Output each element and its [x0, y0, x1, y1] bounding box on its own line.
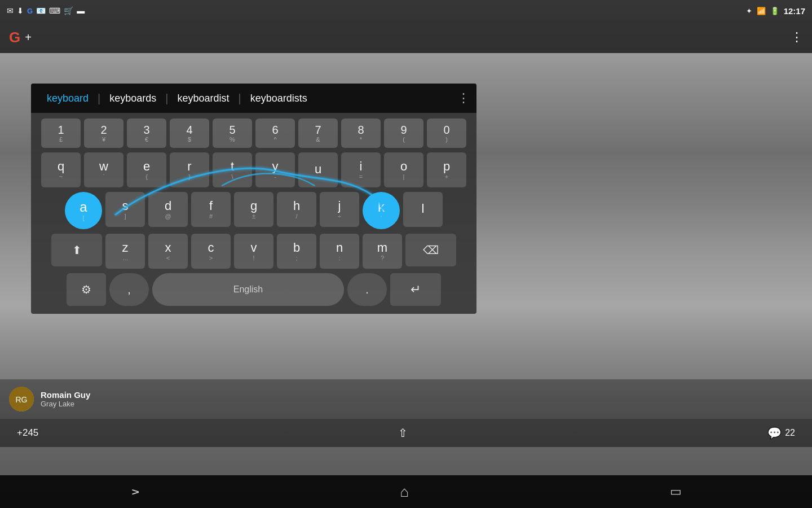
app-bar-more-button[interactable]: ⋮ — [791, 30, 803, 45]
key-x[interactable]: x< — [148, 234, 188, 269]
keyboard-icon: ⌨ — [49, 6, 60, 15]
number-row: 1£ 2¥ 3€ 4$ 5% 6^ 7& 8* 9( 0) — [31, 113, 476, 150]
comment-button[interactable]: 💬 22 — [767, 426, 795, 440]
bottom-user-info: RG Romain Guy Gray Lake — [0, 379, 812, 419]
key-h[interactable]: h/ — [277, 192, 316, 227]
plus-count-label: +245 — [17, 427, 38, 439]
shift-key[interactable] — [51, 234, 102, 266]
suggestions-more-button[interactable]: ⋮ — [457, 91, 470, 106]
status-icons-left: ✉ ⬇ G 📧 ⌨ 🛒 ▬ — [7, 6, 85, 15]
key-4[interactable]: 4$ — [170, 119, 209, 148]
key-n[interactable]: n: — [320, 234, 359, 269]
comma-key[interactable]: , — [109, 273, 149, 306]
shopping-icon: 🛒 — [64, 6, 73, 15]
battery-icon: 🔋 — [770, 7, 779, 15]
shift-icon — [72, 243, 82, 257]
bluetooth-icon: ✦ — [746, 7, 752, 15]
key-c[interactable]: c> — [191, 234, 231, 269]
key-d[interactable]: d@ — [148, 192, 188, 227]
delete-key[interactable]: ⌫ — [405, 234, 456, 266]
key-q[interactable]: q~ — [41, 152, 81, 187]
key-a[interactable]: a[ — [65, 192, 102, 229]
share-icon: ⇧ — [398, 426, 408, 440]
comma-label: , — [127, 283, 131, 296]
key-2[interactable]: 2¥ — [84, 119, 123, 148]
key-g[interactable]: g± — [234, 192, 273, 227]
gear-icon: ⚙ — [81, 283, 91, 296]
key-s[interactable]: s] — [105, 192, 145, 227]
key-f[interactable]: f# — [191, 192, 231, 227]
back-button[interactable]: ∨ — [128, 488, 142, 496]
key-k[interactable]: k' — [363, 192, 400, 229]
key-r[interactable]: r} — [170, 152, 209, 187]
status-bar: ✉ ⬇ G 📧 ⌨ 🛒 ▬ ✦ 📶 🔋 12:17 — [0, 0, 812, 21]
bars-icon: ▬ — [77, 6, 85, 15]
enter-key[interactable]: ↵ — [390, 273, 441, 306]
suggestion-keyboardist[interactable]: keyboardist — [169, 93, 239, 104]
suggestions-bar: keyboard | keyboards | keyboardist | key… — [31, 84, 476, 113]
google-icon: G — [27, 7, 33, 15]
svg-text:RG: RG — [16, 395, 28, 404]
gmail-icon: ✉ — [7, 6, 14, 15]
period-key[interactable]: . — [347, 273, 387, 306]
gplus-plus-icon: + — [25, 31, 32, 44]
keyboard-panel: keyboard | keyboards | keyboardist | key… — [31, 84, 476, 314]
app-bar-brand: G + — [9, 29, 32, 46]
bottom-action-bar: +245 ⇧ 💬 22 — [0, 419, 812, 447]
suggestion-keyboardists[interactable]: keyboardists — [241, 93, 316, 104]
key-v[interactable]: v! — [234, 234, 273, 269]
share-button[interactable]: ⇧ — [398, 426, 408, 440]
recent-apps-button[interactable]: ▭ — [670, 484, 682, 499]
status-icons-right: ✦ 📶 🔋 12:17 — [746, 6, 805, 16]
key-m[interactable]: m? — [363, 234, 402, 269]
enter-icon: ↵ — [411, 282, 421, 297]
key-row-2: a[ s] d@ f# g± h/ j÷ k' l — [31, 190, 476, 231]
space-label: English — [233, 284, 263, 295]
time-display: 12:17 — [784, 6, 805, 16]
key-row-3: z… x< c> v! b; n: m? ⌫ — [31, 231, 476, 271]
key-w[interactable]: w` — [84, 152, 123, 187]
key-o[interactable]: o| — [384, 152, 423, 187]
space-row: ⚙ , English . ↵ — [31, 271, 476, 309]
key-i[interactable]: i= — [341, 152, 381, 187]
suggestion-keyboards[interactable]: keyboards — [100, 93, 165, 104]
download-icon: ⬇ — [17, 6, 24, 15]
mail-icon: 📧 — [36, 6, 46, 15]
key-8[interactable]: 8* — [341, 119, 381, 148]
key-5[interactable]: 5% — [213, 119, 252, 148]
user-avatar: RG — [9, 387, 34, 411]
suggestion-keyboard[interactable]: keyboard — [38, 93, 98, 104]
key-z[interactable]: z… — [105, 234, 145, 269]
key-u[interactable]: u — [298, 152, 338, 187]
app-bar: G + ⋮ — [0, 21, 812, 53]
user-sub-label: Gray Lake — [41, 400, 90, 408]
home-button[interactable]: ⌂ — [400, 483, 409, 501]
key-p[interactable]: p+ — [427, 152, 466, 187]
key-3[interactable]: 3€ — [127, 119, 166, 148]
key-y[interactable]: y- — [255, 152, 295, 187]
key-6[interactable]: 6^ — [255, 119, 295, 148]
key-1[interactable]: 1£ — [41, 119, 81, 148]
user-name: Romain Guy — [41, 390, 90, 400]
key-0[interactable]: 0) — [427, 119, 466, 148]
key-9[interactable]: 9( — [384, 119, 423, 148]
plus-count-item[interactable]: +245 — [17, 427, 38, 439]
key-e[interactable]: e{ — [127, 152, 166, 187]
navigation-bar: ∨ ⌂ ▭ — [0, 475, 812, 508]
period-label: . — [365, 283, 369, 296]
key-t[interactable]: t\ — [213, 152, 252, 187]
user-info: Romain Guy Gray Lake — [41, 390, 90, 408]
backspace-icon: ⌫ — [423, 243, 439, 257]
comment-count: 22 — [785, 428, 795, 438]
wifi-icon: 📶 — [757, 7, 766, 15]
settings-key[interactable]: ⚙ — [67, 273, 106, 306]
key-row-1: q~ w` e{ r} t\ y- u i= o| p+ — [31, 150, 476, 190]
comment-icon: 💬 — [767, 426, 782, 440]
key-j[interactable]: j÷ — [320, 192, 359, 227]
key-b[interactable]: b; — [277, 234, 316, 269]
key-7[interactable]: 7& — [298, 119, 338, 148]
key-l[interactable]: l — [403, 192, 443, 227]
gplus-icon: G — [9, 29, 20, 46]
space-key[interactable]: English — [152, 273, 344, 306]
